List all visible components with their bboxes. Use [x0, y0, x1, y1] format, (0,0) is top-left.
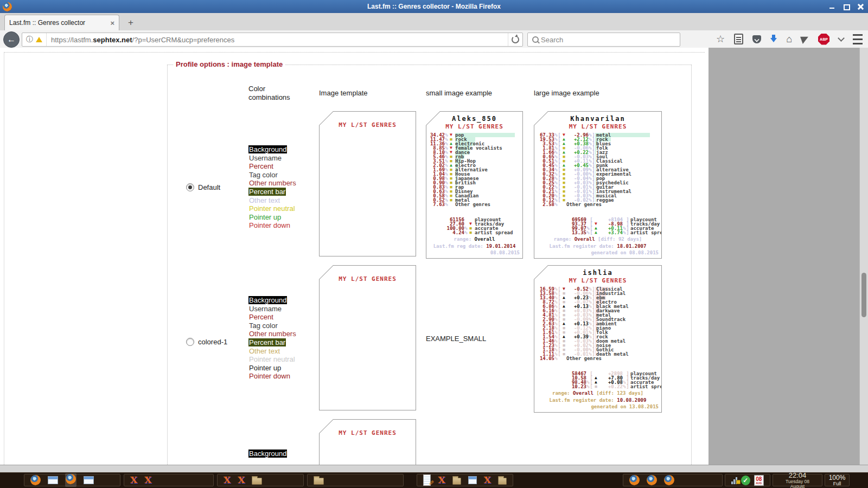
back-button[interactable]: ← — [3, 31, 20, 48]
share-icon[interactable] — [800, 34, 810, 44]
template-heading: MY L/ST GENRES — [320, 121, 416, 129]
pocket-icon[interactable] — [752, 35, 761, 43]
notepad-icon[interactable] — [423, 474, 431, 486]
menu-icon[interactable] — [853, 34, 863, 44]
url-bar[interactable]: ⓘ https://lastfm.sephtex.net/?p=UserCRM&… — [22, 33, 523, 47]
radio-colored-1[interactable] — [186, 338, 194, 346]
url-domain: sephtex.net — [93, 36, 132, 44]
stat-value: 4.24 — [434, 230, 464, 235]
chevron-down-icon[interactable] — [838, 35, 845, 42]
xorg-icon[interactable]: X — [130, 475, 137, 485]
new-tab-button[interactable]: + — [124, 16, 138, 29]
download-icon[interactable] — [770, 35, 777, 43]
pointer-up-icon: ▲ — [561, 304, 567, 309]
other-genres-row: 2.58%Other genres — [534, 202, 661, 207]
radio-default[interactable] — [186, 183, 194, 191]
other-genres-label: Other genres — [454, 202, 490, 207]
tab-close-icon[interactable]: × — [110, 19, 114, 27]
column-header-large-example: large image example — [534, 89, 599, 98]
radio-default-label[interactable]: Default — [198, 183, 220, 191]
home-icon[interactable]: ⌂ — [786, 34, 792, 44]
url-text[interactable]: https://lastfm.sephtex.net/?p=UserCRM&uc… — [47, 36, 508, 44]
minimize-button[interactable] — [829, 3, 835, 10]
radio-colored-1-label[interactable]: colored-1 — [198, 338, 227, 346]
example-username: ishlia — [534, 266, 661, 277]
example-username: Khanvarilan — [534, 112, 661, 123]
legend-item: Username — [248, 154, 297, 163]
legend-item: Pointer up — [248, 213, 297, 222]
firefox-icon — [66, 474, 76, 484]
pointer-neutral-icon: ■ — [561, 343, 567, 348]
bookmark-star-icon[interactable]: ☆ — [716, 34, 725, 44]
battery-indicator[interactable]: 100% Full — [825, 474, 850, 486]
range-line: range: Overall [diff: 92 days] — [534, 237, 661, 242]
taskbar-group — [24, 474, 120, 486]
reload-button[interactable] — [508, 33, 522, 46]
pointer-up-icon: ▲ — [561, 163, 567, 168]
network-signal-icon[interactable] — [731, 477, 737, 484]
vertical-scrollbar[interactable] — [859, 48, 868, 465]
pointer-neutral-icon: ■ — [561, 309, 567, 313]
genre-list: 16.59%[▼-0.52%]Classical13.58%[■-0.06%]i… — [534, 287, 661, 361]
xorg-icon[interactable]: X — [238, 475, 245, 485]
firefox-icon[interactable] — [629, 475, 640, 485]
site-identity[interactable]: ⓘ — [22, 33, 47, 46]
xorg-icon[interactable]: X — [224, 475, 231, 485]
clock[interactable]: 22:04 Tuesday 08 August — [773, 474, 822, 486]
scrollbar-thumb[interactable] — [861, 273, 866, 317]
toolbar-buttons: ☆ ⌂ ABP — [716, 30, 863, 48]
register-date-line: Last.fm register date: 10.08.2009 — [534, 397, 661, 403]
close-button[interactable] — [857, 3, 864, 10]
xorg-icon[interactable]: X — [484, 475, 491, 485]
pointer-up-icon: ▲ — [561, 335, 567, 339]
legend-item: Percent bar — [248, 188, 297, 196]
firefox-icon[interactable] — [664, 475, 674, 485]
firefox-active-taskbar-button[interactable] — [65, 473, 76, 487]
url-path: /?p=UserCRM&ucp=preferences — [132, 36, 235, 44]
column-header-small-example: small image example — [426, 89, 492, 98]
pointer-neutral-icon: ■ — [561, 168, 567, 172]
stats-list: 61156playcount27.60▼tracks/day100.00%■ac… — [426, 217, 522, 235]
window-icon[interactable] — [48, 476, 58, 484]
taskbar-group: XX — [124, 474, 214, 486]
pointer-up-icon: ▲ — [593, 230, 599, 235]
image-template-preview-2: MY L/ST GENRES — [319, 265, 416, 410]
range-line: range: Overall [diff: 123 days] — [534, 391, 661, 396]
calendar-icon[interactable]: 08AUG — [754, 475, 764, 486]
page-info-icon[interactable]: ⓘ — [26, 35, 33, 44]
legend-item: Username — [248, 305, 297, 313]
window-title: Last.fm :: Genres collector - Mozilla Fi… — [0, 3, 868, 10]
other-genres-percent: 14.05 — [534, 356, 554, 361]
mixed-content-warning-icon[interactable] — [36, 37, 42, 42]
adblock-plus-icon[interactable]: ABP — [818, 34, 829, 45]
tab-genres-collector[interactable]: Last.fm :: Genres collector × — [4, 15, 119, 30]
reading-list-icon[interactable] — [734, 34, 743, 44]
taskbar-group: XX — [217, 474, 304, 486]
search-placeholder: Search — [541, 36, 563, 44]
folder-icon[interactable] — [498, 478, 507, 485]
legend-partial: Background — [248, 450, 287, 458]
xorg-icon[interactable]: X — [144, 475, 151, 485]
folder-icon[interactable] — [252, 478, 262, 485]
pointer-neutral-icon: ■ — [561, 181, 567, 185]
maximize-button[interactable] — [843, 3, 850, 10]
calendar-day: 08 — [755, 477, 764, 482]
pointer-up-icon: ▲ — [561, 322, 567, 326]
window-icon[interactable] — [468, 476, 477, 484]
search-input[interactable]: Search — [527, 33, 680, 47]
image-template-preview-3: MY L/ST GENRES — [319, 419, 416, 465]
pointer-neutral-icon: ■ — [448, 185, 454, 189]
firefox-icon[interactable] — [647, 475, 657, 485]
folder-icon[interactable] — [314, 478, 324, 485]
xorg-icon[interactable]: X — [438, 475, 445, 485]
folder-icon[interactable] — [452, 478, 461, 485]
legend-item: Other text — [248, 347, 297, 356]
pointer-neutral-icon: ■ — [593, 384, 599, 389]
pointer-neutral-icon: ■ — [561, 326, 567, 330]
window-icon[interactable] — [84, 476, 94, 484]
pointer-neutral-icon: ■ — [468, 226, 474, 230]
firefox-icon[interactable] — [30, 475, 41, 485]
pointer-neutral-icon: ■ — [448, 189, 454, 194]
outer-fieldset-top-border — [4, 52, 705, 53]
updates-check-icon[interactable]: ✓ — [741, 476, 750, 485]
